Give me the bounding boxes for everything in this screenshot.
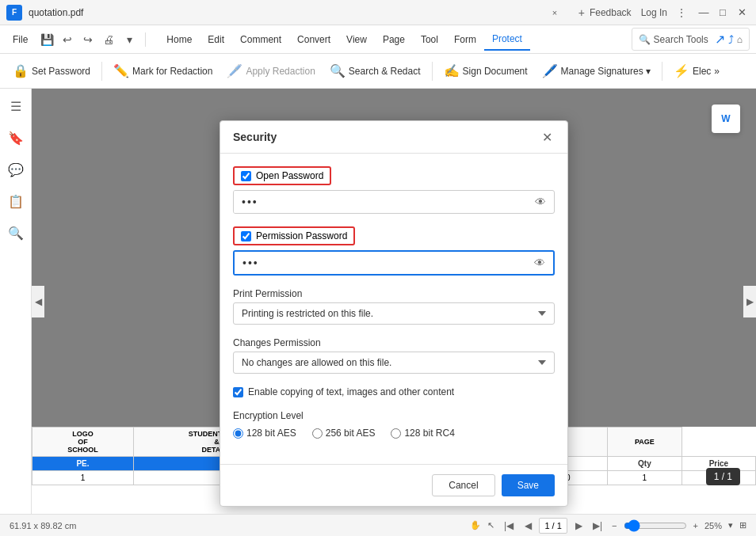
- changes-permission-select[interactable]: No changes are allowed on this file. All…: [233, 352, 555, 374]
- menu-item-protect[interactable]: Protect: [484, 29, 530, 51]
- menu-item-edit[interactable]: Edit: [200, 29, 232, 50]
- open-password-label[interactable]: Open Password: [256, 170, 323, 181]
- hand-tool-icon[interactable]: ✋: [470, 520, 481, 530]
- dropdown-icon[interactable]: ▾: [120, 30, 139, 49]
- encryption-256aes-option[interactable]: 256 bit AES: [312, 428, 376, 439]
- nav-home-icon: ⌂: [737, 34, 743, 45]
- sidebar-icon-panels[interactable]: ☰: [5, 95, 27, 117]
- feedback-link[interactable]: Feedback: [590, 7, 632, 18]
- open-password-toggle-icon[interactable]: 👁: [527, 191, 554, 213]
- sidebar-icon-comment[interactable]: 💬: [5, 158, 27, 181]
- undo-icon[interactable]: ↩: [58, 30, 77, 49]
- dialog-body: Open Password 👁 Permission Password: [220, 154, 567, 464]
- permission-password-checkbox[interactable]: [241, 231, 251, 241]
- apply-redaction-label: Apply Redaction: [246, 66, 315, 77]
- title-bar: F quotation.pdf × + Feedback Log In ⋮ — …: [0, 0, 756, 25]
- search-tools-icon: 🔍: [639, 34, 651, 45]
- menu-file[interactable]: File: [6, 31, 34, 48]
- left-sidebar: ☰ 🔖 💬 📋 🔍: [0, 89, 32, 514]
- add-tab-button[interactable]: +: [574, 5, 590, 21]
- menu-item-home[interactable]: Home: [158, 29, 200, 50]
- menu-bar: File 💾 ↩ ↪ 🖨 ▾ Home Edit Comment Convert…: [0, 25, 756, 54]
- zoom-dropdown-icon[interactable]: ▾: [728, 520, 733, 530]
- zoom-slider[interactable]: [624, 519, 687, 532]
- print-icon[interactable]: 🖨: [99, 30, 118, 49]
- content-area: ◀ ▶ W LOGOOFSCHOOL STUDENT NAME&DETAILS …: [32, 89, 756, 514]
- toolbar-divider-2: [432, 62, 433, 81]
- page-number-input[interactable]: [539, 518, 567, 534]
- save-icon[interactable]: 💾: [37, 30, 56, 49]
- dialog-title: Security: [233, 131, 277, 143]
- zoom-level[interactable]: 25%: [704, 521, 722, 530]
- print-permission-group: Print Permission Printing is restricted …: [233, 288, 555, 325]
- set-password-button[interactable]: 🔒 Set Password: [6, 60, 97, 82]
- sidebar-icon-bookmark[interactable]: 🔖: [5, 127, 27, 149]
- sign-icon: ✍️: [444, 63, 460, 78]
- status-bar-right: ✋ ↖ |◀ ◀ ▶ ▶| − + 25% ▾ ⊞: [470, 518, 746, 534]
- apply-redaction-button[interactable]: 🖊️ Apply Redaction: [220, 60, 321, 82]
- menu-item-tool[interactable]: Tool: [413, 29, 446, 50]
- search-tools-label: Search Tools: [654, 34, 708, 45]
- copy-checkbox[interactable]: [233, 387, 243, 397]
- menu-item-page[interactable]: Page: [375, 29, 413, 50]
- document-dimensions: 61.91 x 89.82 cm: [10, 521, 76, 530]
- sidebar-icon-search[interactable]: 🔍: [5, 222, 27, 244]
- permission-password-header: Permission Password: [233, 226, 355, 245]
- menu-item-form[interactable]: Form: [446, 29, 484, 50]
- app-logo: F: [6, 5, 22, 21]
- search-redact-icon: 🔍: [330, 63, 346, 78]
- mark-for-redaction-button[interactable]: ✏️ Mark for Redaction: [107, 60, 219, 82]
- save-button[interactable]: Save: [502, 474, 555, 496]
- zoom-in-icon[interactable]: +: [693, 521, 698, 530]
- search-redact-button[interactable]: 🔍 Search & Redact: [323, 60, 427, 82]
- encryption-128rc4-radio[interactable]: [391, 428, 401, 439]
- menu-item-view[interactable]: View: [338, 29, 375, 50]
- print-permission-select[interactable]: Printing is restricted on this file. All…: [233, 302, 555, 325]
- redo-icon[interactable]: ↪: [78, 30, 97, 49]
- zoom-out-icon[interactable]: −: [612, 521, 617, 530]
- cancel-button[interactable]: Cancel: [432, 474, 494, 496]
- permission-password-label[interactable]: Permission Password: [256, 230, 347, 241]
- sidebar-icon-pages[interactable]: 📋: [5, 190, 27, 212]
- prev-page-button[interactable]: ◀: [520, 518, 536, 534]
- next-page-button[interactable]: ▶: [571, 518, 586, 534]
- copy-label[interactable]: Enable copying of text, images and other…: [248, 386, 454, 397]
- dialog-close-button[interactable]: ✕: [539, 129, 555, 145]
- status-bar: 61.91 x 89.82 cm ✋ ↖ |◀ ◀ ▶ ▶| − + 25% ▾…: [0, 514, 756, 536]
- encryption-128aes-radio[interactable]: [233, 428, 243, 439]
- menu-item-convert[interactable]: Convert: [289, 29, 338, 50]
- close-tab-button[interactable]: ×: [548, 6, 561, 19]
- open-password-field: 👁: [233, 190, 555, 214]
- toolbar-quick-icons: 💾 ↩ ↪ 🖨 ▾: [37, 30, 139, 49]
- encryption-256aes-radio[interactable]: [312, 428, 323, 439]
- elec-button[interactable]: ⚡ Elec »: [667, 60, 726, 82]
- dialog-overlay: Security ✕ Open Password 👁: [32, 89, 756, 514]
- encryption-128aes-option[interactable]: 128 bit AES: [233, 428, 296, 439]
- manage-signatures-button[interactable]: 🖊️ Manage Signatures ▾: [536, 60, 657, 82]
- permission-password-toggle-icon[interactable]: 👁: [526, 252, 553, 274]
- encryption-128rc4-option[interactable]: 128 bit RC4: [391, 428, 454, 439]
- window-controls: — □ ✕: [696, 5, 750, 21]
- open-password-input[interactable]: [234, 191, 527, 213]
- last-page-button[interactable]: ▶|: [590, 518, 605, 534]
- select-tool-icon[interactable]: ↖: [487, 520, 494, 530]
- close-window-button[interactable]: ✕: [734, 5, 750, 21]
- sign-document-button[interactable]: ✍️ Sign Document: [437, 60, 534, 82]
- more-options-icon[interactable]: ⋮: [677, 7, 686, 18]
- open-password-checkbox[interactable]: [241, 171, 251, 181]
- security-dialog: Security ✕ Open Password 👁: [220, 120, 568, 507]
- minimize-button[interactable]: —: [696, 5, 712, 21]
- menu-item-comment[interactable]: Comment: [232, 29, 289, 50]
- permission-password-input[interactable]: [235, 252, 526, 274]
- login-link[interactable]: Log In: [641, 7, 667, 18]
- manage-signatures-label: Manage Signatures ▾: [561, 66, 651, 77]
- menu-divider-1: [145, 32, 146, 47]
- fit-page-icon[interactable]: ⊞: [739, 520, 746, 530]
- apply-redaction-icon: 🖊️: [227, 63, 242, 78]
- filename: quotation.pdf: [29, 7, 542, 18]
- first-page-button[interactable]: |◀: [501, 518, 517, 534]
- maximize-button[interactable]: □: [715, 5, 731, 21]
- nav-up-icon: ⤴: [728, 33, 734, 46]
- print-permission-label: Print Permission: [233, 288, 555, 299]
- search-tools-button[interactable]: 🔍 Search Tools ↗ ⤴ ⌂: [632, 28, 750, 51]
